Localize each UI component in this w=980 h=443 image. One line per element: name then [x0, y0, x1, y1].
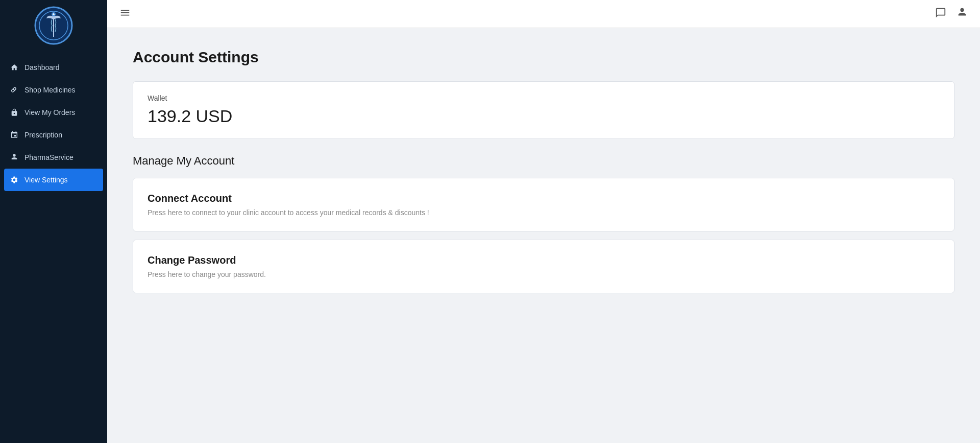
wallet-card: Wallet 139.2 USD — [133, 81, 954, 139]
change-password-title: Change Password — [148, 254, 940, 266]
sidebar-nav: Dashboard Shop Medicines View My Orders — [0, 56, 107, 191]
orders-icon — [10, 108, 18, 116]
sidebar-item-shop-medicines[interactable]: Shop Medicines — [0, 79, 107, 101]
change-password-card[interactable]: Change Password Press here to change you… — [133, 240, 954, 293]
connect-account-desc: Press here to connect to your clinic acc… — [148, 208, 940, 217]
pharma-icon — [10, 153, 18, 161]
main-content: Account Settings Wallet 139.2 USD Manage… — [107, 28, 980, 443]
user-icon[interactable] — [957, 7, 968, 21]
topbar-left — [119, 7, 131, 21]
sidebar-label-shop-medicines: Shop Medicines — [24, 86, 76, 94]
sidebar-item-view-settings[interactable]: View Settings — [4, 169, 103, 191]
sidebar-label-prescription: Prescription — [24, 131, 62, 139]
connect-account-title: Connect Account — [148, 193, 940, 204]
app-logo — [33, 5, 74, 46]
sidebar-label-view-settings: View Settings — [24, 176, 68, 184]
topbar-right — [935, 7, 968, 21]
connect-account-card[interactable]: Connect Account Press here to connect to… — [133, 178, 954, 231]
pill-icon — [10, 86, 18, 94]
page-title: Account Settings — [133, 49, 954, 66]
sidebar: Dashboard Shop Medicines View My Orders — [0, 0, 107, 443]
change-password-desc: Press here to change your password. — [148, 270, 940, 278]
sidebar-label-dashboard: Dashboard — [24, 63, 60, 72]
sidebar-label-pharmaservice: PharmaService — [24, 153, 74, 161]
prescription-icon — [10, 131, 18, 139]
hamburger-icon[interactable] — [119, 7, 131, 21]
sidebar-label-view-orders: View My Orders — [24, 108, 75, 116]
gear-icon — [10, 176, 18, 184]
main-wrapper: Account Settings Wallet 139.2 USD Manage… — [107, 0, 980, 443]
topbar — [107, 0, 980, 28]
home-icon — [10, 63, 18, 72]
sidebar-item-pharmaservice[interactable]: PharmaService — [0, 146, 107, 169]
manage-section-title: Manage My Account — [133, 154, 954, 168]
sidebar-item-view-orders[interactable]: View My Orders — [0, 101, 107, 124]
wallet-amount: 139.2 USD — [148, 106, 940, 126]
wallet-label: Wallet — [148, 94, 940, 102]
sidebar-item-prescription[interactable]: Prescription — [0, 124, 107, 146]
chat-icon[interactable] — [935, 7, 946, 21]
sidebar-item-dashboard[interactable]: Dashboard — [0, 56, 107, 79]
